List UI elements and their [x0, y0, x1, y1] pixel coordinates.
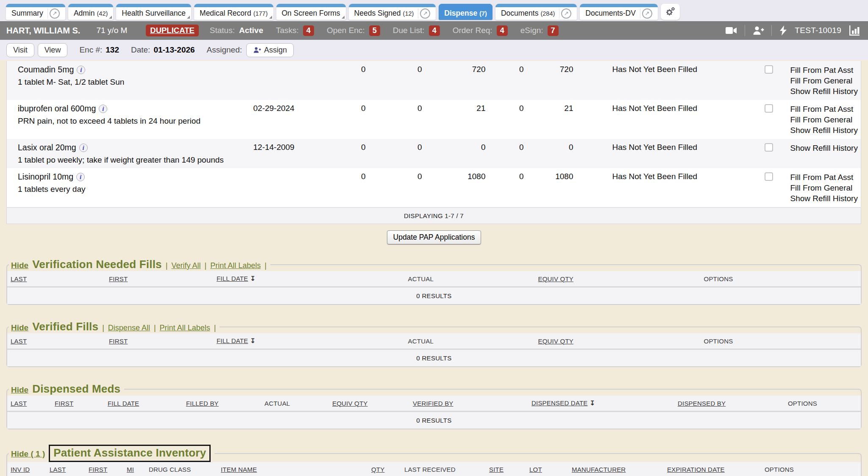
- column-header-mi[interactable]: MI: [127, 466, 134, 473]
- tab-health-surveillance[interactable]: Health Surveillance: [116, 4, 191, 20]
- hide-link[interactable]: Hide: [11, 323, 28, 332]
- column-header-last[interactable]: LAST: [11, 338, 27, 345]
- hide-link[interactable]: Hide ( 1 ): [11, 449, 45, 459]
- esign-count-badge[interactable]: 7: [548, 25, 559, 36]
- fill-from-general-link[interactable]: Fill From General: [790, 183, 861, 193]
- enc-date-label: Date:: [131, 45, 150, 55]
- column-header-filled-by[interactable]: FILLED BY: [186, 400, 219, 407]
- dropdown-corner-icon[interactable]: [342, 16, 345, 19]
- column-header-fill-date[interactable]: FILL DATE: [108, 400, 139, 407]
- column-header-first[interactable]: FIRST: [55, 400, 73, 407]
- dropdown-corner-icon[interactable]: [187, 16, 190, 19]
- tab-medical-record[interactable]: Medical Record (177): [194, 4, 273, 20]
- verify-all-link[interactable]: Verify All: [171, 261, 200, 270]
- info-icon[interactable]: i: [99, 105, 107, 113]
- column-header-expiration-date[interactable]: EXPIRATION DATE: [667, 466, 725, 473]
- dispense-all-link[interactable]: Dispense All: [108, 324, 150, 332]
- qty-cell: 0: [370, 139, 426, 168]
- highlighted-title-box: Patient Assistance Inventory: [49, 445, 211, 462]
- external-link-icon[interactable]: ↗: [420, 8, 430, 19]
- show-refill-history-link[interactable]: Show Refill History: [790, 143, 861, 153]
- print-all-labels-link[interactable]: Print All Labels: [210, 261, 261, 270]
- tab-admin[interactable]: Admin (42): [68, 4, 113, 20]
- column-header-dispensed-date[interactable]: DISPENSED DATE: [531, 399, 588, 407]
- enc-number-label: Enc #:: [79, 45, 102, 55]
- column-header-fill-date[interactable]: FILL DATE: [217, 337, 248, 344]
- tab-label: Admin: [74, 9, 95, 18]
- show-refill-history-link[interactable]: Show Refill History: [790, 193, 861, 204]
- column-header-first[interactable]: FIRST: [89, 466, 107, 473]
- row-checkbox[interactable]: [765, 143, 773, 152]
- row-checkbox[interactable]: [765, 65, 773, 74]
- row-checkbox[interactable]: [765, 104, 773, 113]
- tab-needs-signed[interactable]: Needs Signed (12) ↗: [349, 4, 436, 20]
- fill-from-pat-asst-link[interactable]: Fill From Pat Asst: [790, 172, 861, 183]
- visit-button[interactable]: Visit: [6, 43, 34, 57]
- empty-results-row: 0 RESULTS: [7, 349, 861, 367]
- tab-settings-button[interactable]: [661, 4, 680, 20]
- info-icon[interactable]: i: [76, 173, 85, 181]
- column-header-dispensed-by[interactable]: DISPENSED BY: [678, 400, 726, 407]
- medication-name: Lasix oral 20mg: [18, 143, 76, 152]
- info-icon[interactable]: i: [79, 144, 88, 152]
- tab-label: Summary: [11, 9, 43, 18]
- open-enc-count-badge[interactable]: 5: [369, 25, 380, 36]
- dropdown-corner-icon[interactable]: [269, 16, 272, 19]
- column-header-site[interactable]: SITE: [489, 466, 504, 473]
- column-header-options: OPTIONS: [788, 400, 817, 407]
- tab-summary[interactable]: Summary ↗: [6, 4, 65, 20]
- tab-documents-dv[interactable]: Documents-DV ↗: [580, 4, 658, 20]
- tab-label: Documents: [501, 9, 539, 18]
- hide-link[interactable]: Hide: [11, 261, 28, 270]
- qty-cell: 21: [426, 100, 490, 139]
- external-link-icon[interactable]: ↗: [642, 8, 652, 19]
- tab-on-screen-forms[interactable]: On Screen Forms: [276, 4, 346, 20]
- external-link-icon[interactable]: ↗: [561, 8, 571, 19]
- video-camera-icon[interactable]: [725, 25, 737, 36]
- due-list-count-badge[interactable]: 4: [429, 25, 440, 36]
- column-header-last[interactable]: LAST: [50, 466, 66, 473]
- external-link-icon[interactable]: ↗: [50, 8, 60, 19]
- column-header-inv-id[interactable]: INV ID: [11, 466, 30, 473]
- tasks-count-badge[interactable]: 4: [303, 25, 314, 36]
- lightning-icon[interactable]: [779, 25, 787, 36]
- column-header-equiv-qty[interactable]: EQUIV QTY: [538, 338, 573, 345]
- show-refill-history-link[interactable]: Show Refill History: [790, 125, 861, 136]
- column-header-first[interactable]: FIRST: [109, 275, 128, 282]
- duplicate-badge[interactable]: DUPLICATE: [146, 25, 199, 36]
- fill-from-general-link[interactable]: Fill From General: [790, 75, 861, 86]
- update-pap-applications-button[interactable]: Update PAP Applications: [387, 230, 481, 244]
- info-icon[interactable]: i: [77, 66, 85, 74]
- separator: |: [154, 324, 156, 332]
- tab-label: Medical Record: [200, 9, 251, 18]
- column-header-fill-date[interactable]: FILL DATE: [217, 275, 248, 282]
- tab-label: Needs Signed: [354, 9, 401, 18]
- column-header-last[interactable]: LAST: [11, 275, 27, 282]
- tab-dispense[interactable]: Dispense (7): [439, 4, 492, 20]
- column-header-last[interactable]: LAST: [11, 400, 27, 407]
- print-all-labels-link[interactable]: Print All Labels: [160, 324, 210, 332]
- show-refill-history-link[interactable]: Show Refill History: [790, 86, 861, 97]
- column-header-lot[interactable]: LOT: [529, 466, 542, 473]
- column-header-qty[interactable]: QTY: [371, 466, 384, 473]
- row-checkbox[interactable]: [765, 172, 773, 181]
- column-header-item-name[interactable]: ITEM NAME: [221, 466, 257, 473]
- column-header-first[interactable]: FIRST: [109, 338, 128, 345]
- order-req-count-badge[interactable]: 4: [497, 25, 508, 36]
- view-button[interactable]: View: [38, 43, 68, 57]
- fill-from-pat-asst-link[interactable]: Fill From Pat Asst: [790, 104, 861, 114]
- medication-name: ibuprofen oral 600mg: [18, 104, 96, 113]
- column-header-equiv-qty[interactable]: EQUIV QTY: [332, 400, 367, 407]
- dropdown-corner-icon[interactable]: [109, 16, 112, 19]
- tab-documents[interactable]: Documents (284) ↗: [495, 4, 577, 20]
- fill-status: Has Not Yet Been Filled: [578, 139, 764, 168]
- fill-from-pat-asst-link[interactable]: Fill From Pat Asst: [790, 65, 861, 75]
- add-person-icon[interactable]: [752, 25, 764, 36]
- assign-button[interactable]: Assign: [246, 43, 294, 57]
- column-header-manufacturer[interactable]: MANUFACTURER: [572, 466, 626, 473]
- bar-chart-icon[interactable]: [849, 25, 860, 36]
- column-header-equiv-qty[interactable]: EQUIV QTY: [538, 275, 573, 282]
- hide-link[interactable]: Hide: [11, 385, 28, 395]
- column-header-verified-by[interactable]: VERIFIED BY: [413, 400, 453, 407]
- fill-from-general-link[interactable]: Fill From General: [790, 114, 861, 125]
